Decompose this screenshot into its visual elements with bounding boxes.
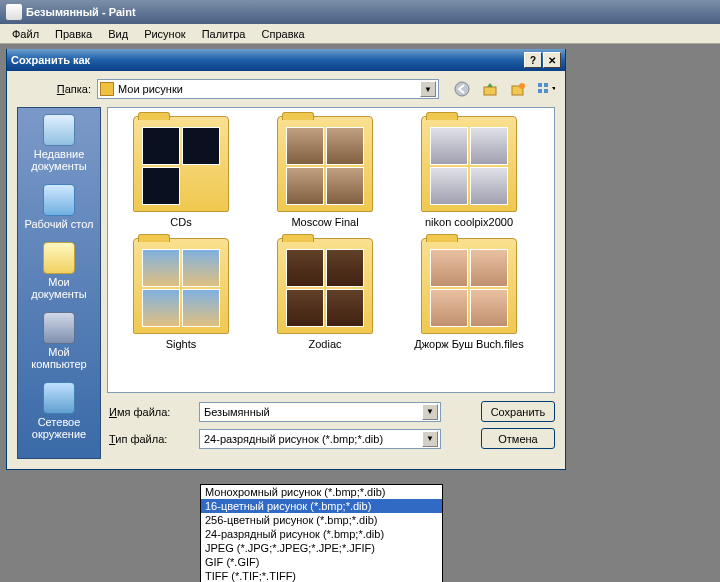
folder-item[interactable]: Джорж Буш Buch.files <box>404 238 534 350</box>
folder-name: Sights <box>166 338 197 350</box>
filetype-option[interactable]: GIF (*.GIF) <box>201 555 442 569</box>
thumbnail-image <box>142 289 180 327</box>
view-menu-icon[interactable] <box>537 80 555 98</box>
filetype-option[interactable]: 24-разрядный рисунок (*.bmp;*.dib) <box>201 527 442 541</box>
thumbnail-image <box>142 127 180 165</box>
new-folder-icon[interactable] <box>509 80 527 98</box>
thumbnail-image <box>470 249 508 287</box>
folder-thumbnail <box>277 116 373 212</box>
app-title: Безымянный - Paint <box>26 6 136 18</box>
back-icon[interactable] <box>453 80 471 98</box>
thumbnail-image <box>182 249 220 287</box>
thumbnail-image <box>286 289 324 327</box>
save-button[interactable]: Сохранить <box>481 401 555 422</box>
folder-thumbnail <box>421 116 517 212</box>
menu-item[interactable]: Правка <box>47 26 100 42</box>
thumbnail-image <box>286 249 324 287</box>
thumbnail-image <box>286 127 324 165</box>
svg-rect-6 <box>538 89 542 93</box>
sidebar-item-desktop[interactable]: Рабочий стол <box>24 184 93 230</box>
svg-point-0 <box>455 82 469 96</box>
filetype-option[interactable]: 16-цветный рисунок (*.bmp;*.dib) <box>201 499 442 513</box>
menu-item[interactable]: Палитра <box>194 26 254 42</box>
sidebar-item-recent[interactable]: Недавние документы <box>20 114 98 172</box>
folder-name: nikon coolpix2000 <box>425 216 513 228</box>
close-button[interactable]: ✕ <box>543 52 561 68</box>
thumbnail-image <box>326 249 364 287</box>
folder-thumbnail <box>421 238 517 334</box>
folder-item[interactable]: CDs <box>116 116 246 228</box>
dialog-title: Сохранить как <box>11 54 523 66</box>
thumbnail-image <box>182 127 220 165</box>
menubar: ФайлПравкаВидРисунокПалитраСправка <box>0 24 720 44</box>
folder-combobox[interactable]: Мои рисунки ▼ <box>97 79 439 99</box>
thumbnail-image <box>286 167 324 205</box>
svg-rect-4 <box>538 83 542 87</box>
filetype-combobox[interactable]: 24-разрядный рисунок (*.bmp;*.dib) ▼ <box>199 429 441 449</box>
folder-name: CDs <box>170 216 191 228</box>
thumbnail-image <box>182 289 220 327</box>
thumbnail-image <box>142 167 180 205</box>
folder-thumbnail <box>277 238 373 334</box>
sidebar-item-network[interactable]: Сетевое окружение <box>20 382 98 440</box>
thumbnail-image <box>326 289 364 327</box>
mydocs-icon <box>43 242 75 274</box>
network-icon <box>43 382 75 414</box>
filename-value: Безымянный <box>204 406 422 418</box>
up-icon[interactable] <box>481 80 499 98</box>
filename-input[interactable]: Безымянный ▼ <box>199 402 441 422</box>
desktop-icon <box>43 184 75 216</box>
thumbnail-image <box>430 249 468 287</box>
folder-item[interactable]: Zodiac <box>260 238 390 350</box>
file-list[interactable]: CDsMoscow Finalnikon coolpix2000SightsZo… <box>107 107 555 393</box>
filetype-option[interactable]: 256-цветный рисунок (*.bmp;*.dib) <box>201 513 442 527</box>
thumbnail-image <box>142 249 180 287</box>
filetype-option[interactable]: TIFF (*.TIF;*.TIFF) <box>201 569 442 582</box>
thumbnail-image <box>470 127 508 165</box>
chevron-down-icon[interactable]: ▼ <box>420 81 436 97</box>
menu-item[interactable]: Рисунок <box>136 26 194 42</box>
folder-item[interactable]: Moscow Final <box>260 116 390 228</box>
thumbnail-image <box>430 289 468 327</box>
thumbnail-image <box>470 167 508 205</box>
filetype-dropdown[interactable]: Монохромный рисунок (*.bmp;*.dib)16-цвет… <box>200 484 443 582</box>
save-as-dialog: Сохранить как ? ✕ Папка: Мои рисунки ▼ <box>6 49 566 470</box>
folder-name: Zodiac <box>308 338 341 350</box>
folder-thumbnail <box>133 116 229 212</box>
folder-name: Джорж Буш Buch.files <box>414 338 524 350</box>
menu-item[interactable]: Файл <box>4 26 47 42</box>
svg-rect-1 <box>484 87 496 95</box>
folder-label: Папка: <box>17 83 97 95</box>
help-button[interactable]: ? <box>524 52 542 68</box>
filetype-option[interactable]: JPEG (*.JPG;*.JPEG;*.JPE;*.JFIF) <box>201 541 442 555</box>
dialog-titlebar: Сохранить как ? ✕ <box>7 49 565 71</box>
sidebar-item-label: Рабочий стол <box>24 218 93 230</box>
folder-item[interactable]: nikon coolpix2000 <box>404 116 534 228</box>
filetype-option[interactable]: Монохромный рисунок (*.bmp;*.dib) <box>201 485 442 499</box>
chevron-down-icon[interactable]: ▼ <box>422 431 438 447</box>
thumbnail-image <box>430 127 468 165</box>
filetype-label: Тип файла: <box>107 433 199 445</box>
mycomp-icon <box>43 312 75 344</box>
menu-item[interactable]: Вид <box>100 26 136 42</box>
sidebar-item-mydocs[interactable]: Мои документы <box>20 242 98 300</box>
svg-rect-5 <box>544 83 548 87</box>
folder-icon <box>100 82 114 96</box>
folder-value: Мои рисунки <box>118 83 420 95</box>
sidebar-item-label: Сетевое окружение <box>20 416 98 440</box>
sidebar-item-mycomp[interactable]: Мой компьютер <box>20 312 98 370</box>
filetype-value: 24-разрядный рисунок (*.bmp;*.dib) <box>204 433 422 445</box>
chevron-down-icon[interactable]: ▼ <box>422 404 438 420</box>
sidebar-item-label: Недавние документы <box>20 148 98 172</box>
thumbnail-image <box>430 167 468 205</box>
cancel-button[interactable]: Отмена <box>481 428 555 449</box>
recent-icon <box>43 114 75 146</box>
thumbnail-image <box>326 167 364 205</box>
app-icon <box>6 4 22 20</box>
svg-point-3 <box>519 83 525 89</box>
folder-item[interactable]: Sights <box>116 238 246 350</box>
filename-label: Имя файла: <box>107 406 199 418</box>
thumbnail-image <box>326 127 364 165</box>
menu-item[interactable]: Справка <box>254 26 313 42</box>
folder-name: Moscow Final <box>291 216 358 228</box>
